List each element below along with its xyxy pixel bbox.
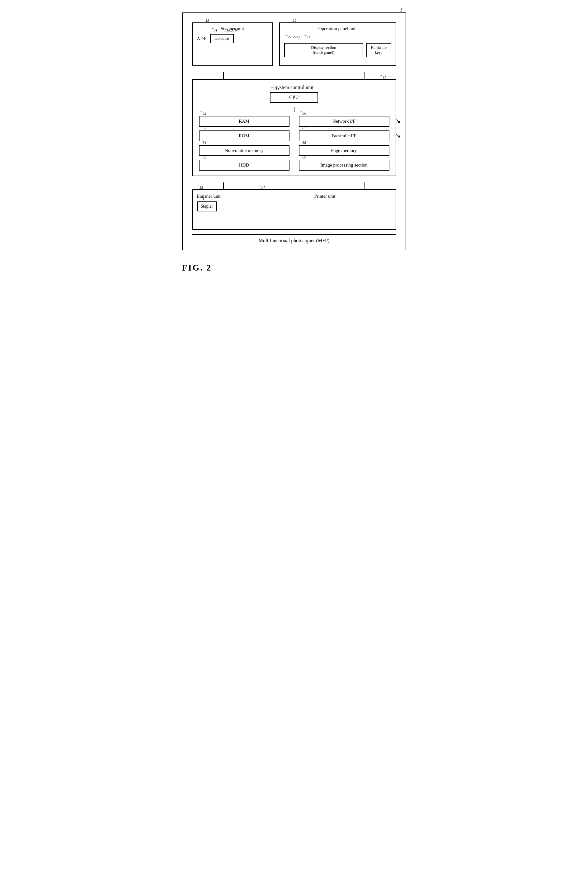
cpu-box: CPU	[270, 92, 318, 103]
ref-67: ⌒67	[299, 126, 306, 131]
components-grid: ⌒62 RAM ⌒63 ROM ⌒64 Nonvolatile memory ⌒…	[199, 116, 389, 171]
cpu-row: ⌒61 CPU	[199, 92, 389, 103]
ref-31: ⌒31	[210, 28, 218, 33]
ref-14: ⌒14	[257, 185, 265, 190]
cpu-connector	[294, 107, 294, 112]
ref-22: ⌒22(22a)	[284, 35, 300, 39]
figure-label: FIG. 2	[182, 263, 406, 273]
operation-panel-label: Operation panel unit	[284, 26, 391, 32]
ref-21: ⌒21	[303, 35, 310, 39]
outer-box: 1 ⌒13 Scanner unit ADF ⌒31 ⌒31a,31b Dete…	[182, 12, 406, 250]
scanner-unit-box: ⌒13 Scanner unit ADF ⌒31 ⌒31a,31b Detect…	[192, 22, 273, 66]
ref-66: ⌒66	[299, 111, 306, 116]
operation-panel-box: ⌒12 Operation panel unit ⌒22(22a) ⌒21 Di…	[279, 22, 396, 66]
ram-box: RAM	[199, 116, 290, 127]
ref-51: ⌒51	[197, 196, 204, 202]
finisher-unit-box: ⌒15 Finisher unit ⌒51 Stapler	[192, 189, 254, 230]
op-inner-row: Display section(touch panel) Hardwarekey…	[284, 43, 391, 57]
connector-bottom-left	[223, 183, 224, 189]
bottom-row: ⌒15 Finisher unit ⌒51 Stapler ⌒14 Printe…	[192, 189, 396, 230]
top-connectors	[192, 72, 396, 79]
adf-row: ADF ⌒31 ⌒31a,31b Detector	[197, 34, 268, 43]
network-if-box: Network I/F ↘	[299, 116, 389, 127]
left-components: ⌒62 RAM ⌒63 ROM ⌒64 Nonvolatile memory ⌒…	[199, 116, 290, 171]
ref-63: ⌒63	[199, 126, 206, 131]
printer-unit-box: ⌒14 Printer unit	[254, 189, 396, 230]
ref-31ab: ⌒31a,31b	[221, 28, 237, 33]
ref-61: ⌒61	[270, 87, 278, 92]
mfp-label: Multifunctional photocopier (MFP)	[192, 234, 396, 243]
network-arrow: ↘	[395, 117, 400, 124]
display-section-box: Display section(touch panel)	[284, 43, 363, 57]
adf-label: ADF	[197, 36, 206, 41]
ref-12: ⌒12	[289, 18, 297, 23]
system-control-box: ⌒11 System control unit ⌒61 CPU ⌒62 RAM	[192, 79, 396, 176]
ref-64: ⌒64	[199, 140, 206, 146]
nonvolatile-memory-box: Nonvolatile memory	[199, 145, 290, 156]
stapler-box: Stapler	[197, 201, 217, 212]
finisher-unit-label: Finisher unit	[197, 194, 249, 199]
ref-65: ⌒65	[199, 155, 206, 160]
ref-68: ⌒68	[299, 140, 306, 146]
ref-11: ⌒11	[379, 75, 386, 80]
ref-13: ⌒13	[202, 18, 210, 23]
image-processing-box: Image processing section	[299, 160, 389, 171]
hdd-box: HDD	[199, 160, 290, 171]
top-row: ⌒13 Scanner unit ADF ⌒31 ⌒31a,31b Detect…	[192, 22, 396, 66]
page-memory-box: Page memory	[299, 145, 389, 156]
system-control-label: System control unit	[199, 85, 389, 90]
ref-69: ⌒69	[299, 155, 306, 160]
ref-15: ⌒15	[196, 185, 203, 190]
connector-left	[223, 72, 224, 79]
diagram-container: 1 ⌒13 Scanner unit ADF ⌒31 ⌒31a,31b Dete…	[182, 12, 406, 273]
printer-unit-label: Printer unit	[259, 194, 391, 199]
detector-box: Detector	[210, 34, 234, 43]
connector-right	[364, 72, 365, 79]
ref-62: ⌒62	[199, 111, 206, 116]
ref-1: 1	[400, 8, 402, 13]
hardware-keys-box: Hardwarekeys	[366, 43, 391, 57]
connector-bottom-right	[364, 183, 365, 189]
bottom-connectors	[192, 183, 396, 189]
rom-box: ROM	[199, 130, 290, 141]
facsimile-arrow: ↘	[395, 132, 400, 139]
right-components: ⌒66 Network I/F ↘ ⌒67 Facsimile I/F ↘	[299, 116, 389, 171]
facsimile-if-box: Facsimile I/F ↘	[299, 130, 389, 141]
